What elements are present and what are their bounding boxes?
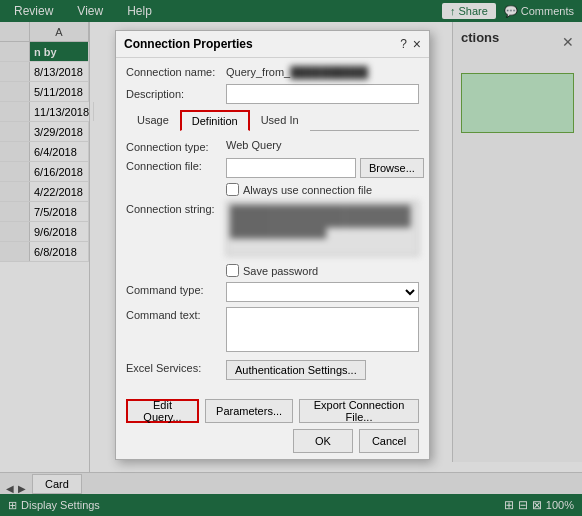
save-password-row: Save password — [226, 264, 419, 277]
connection-type-value: Web Query — [226, 139, 281, 151]
save-password-checkbox[interactable] — [226, 264, 239, 277]
always-use-label: Always use connection file — [243, 184, 372, 196]
always-use-checkbox[interactable] — [226, 183, 239, 196]
command-text-label: Command text: — [126, 307, 226, 321]
connection-file-label: Connection file: — [126, 158, 226, 172]
tabs-row: Usage Definition Used In — [126, 110, 419, 131]
command-type-label: Command type: — [126, 282, 226, 296]
auth-settings-button[interactable]: Authentication Settings... — [226, 360, 366, 380]
connection-name-row: Connection name: Query_from_██████████ — [126, 66, 419, 78]
command-text-control — [226, 307, 419, 355]
connection-type-label: Connection type: — [126, 139, 226, 153]
dialog-title: Connection Properties — [124, 37, 253, 51]
command-text-textarea[interactable] — [226, 307, 419, 352]
bottom-btn-row: Edit Query... Parameters... Export Conne… — [126, 399, 419, 423]
tab-used-in[interactable]: Used In — [250, 110, 310, 131]
tab-definition[interactable]: Definition — [180, 110, 250, 131]
command-type-row: Command type: — [126, 282, 419, 302]
excel-services-label: Excel Services: — [126, 360, 226, 374]
excel-services-control: Authentication Settings... — [226, 360, 419, 380]
parameters-button[interactable]: Parameters... — [205, 399, 293, 423]
connection-file-control: Browse... — [226, 158, 424, 178]
dialog-bottom: Edit Query... Parameters... Export Conne… — [116, 393, 429, 459]
connection-file-input[interactable] — [226, 158, 356, 178]
connection-name-value: Query_from_██████████ — [226, 66, 368, 78]
edit-query-button[interactable]: Edit Query... — [126, 399, 199, 423]
excel-services-row: Excel Services: Authentication Settings.… — [126, 360, 419, 380]
command-type-control — [226, 282, 419, 302]
connection-type-row: Connection type: Web Query — [126, 139, 419, 153]
help-button[interactable]: ? — [400, 37, 407, 51]
cancel-button[interactable]: Cancel — [359, 429, 419, 453]
connection-string-label: Connection string: — [126, 201, 226, 215]
connection-string-textarea[interactable]: ████████████████████████████████████████… — [226, 201, 419, 256]
dialog-title-buttons: ? × — [400, 37, 421, 51]
description-row: Description: — [126, 84, 419, 104]
always-use-row: Always use connection file — [226, 183, 419, 196]
ok-button[interactable]: OK — [293, 429, 353, 453]
connection-string-row: Connection string: █████████████████████… — [126, 201, 419, 259]
connection-file-row: Connection file: Browse... — [126, 158, 419, 178]
description-input[interactable] — [226, 84, 419, 104]
connection-name-text: Query_from_ — [226, 66, 290, 78]
dialog-close-button[interactable]: × — [413, 37, 421, 51]
connection-string-control: ████████████████████████████████████████… — [226, 201, 419, 259]
connection-name-blurred: ██████████ — [290, 66, 368, 78]
connection-properties-dialog: Connection Properties ? × Connection nam… — [115, 30, 430, 460]
description-label: Description: — [126, 88, 226, 100]
export-connection-button[interactable]: Export Connection File... — [299, 399, 419, 423]
tab-usage[interactable]: Usage — [126, 110, 180, 131]
dialog-titlebar: Connection Properties ? × — [116, 31, 429, 58]
save-password-label: Save password — [243, 265, 318, 277]
command-type-select[interactable] — [226, 282, 419, 302]
ok-cancel-row: OK Cancel — [126, 429, 419, 453]
browse-button[interactable]: Browse... — [360, 158, 424, 178]
dialog-body: Connection name: Query_from_██████████ D… — [116, 58, 429, 393]
command-text-row: Command text: — [126, 307, 419, 355]
connection-name-label: Connection name: — [126, 66, 226, 78]
